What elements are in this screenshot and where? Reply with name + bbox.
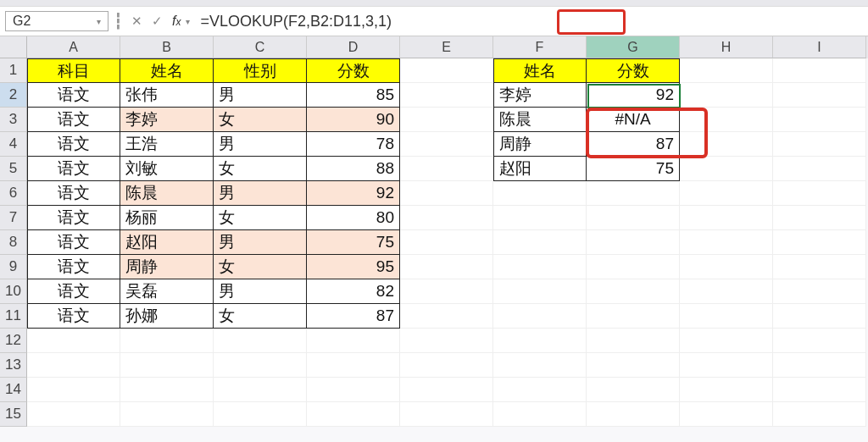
select-all-corner[interactable] bbox=[0, 36, 27, 58]
cell[interactable] bbox=[400, 402, 493, 427]
cell[interactable]: 李婷 bbox=[493, 83, 587, 108]
column-header[interactable]: D bbox=[307, 36, 400, 58]
row-header[interactable]: 9 bbox=[0, 255, 27, 279]
cell[interactable]: 语文 bbox=[27, 132, 120, 157]
cell[interactable] bbox=[773, 304, 866, 329]
cell[interactable]: 刘敏 bbox=[120, 157, 214, 181]
cell[interactable]: 语文 bbox=[27, 83, 120, 108]
cell[interactable] bbox=[400, 353, 493, 378]
cell[interactable] bbox=[680, 279, 773, 304]
column-header[interactable]: F bbox=[493, 36, 587, 58]
cell[interactable]: 分数 bbox=[587, 58, 680, 83]
cell[interactable] bbox=[493, 181, 587, 206]
cell[interactable] bbox=[214, 378, 307, 402]
cell[interactable] bbox=[400, 329, 493, 353]
cell[interactable] bbox=[27, 378, 120, 402]
cell[interactable] bbox=[307, 353, 400, 378]
cell[interactable]: #N/A bbox=[587, 108, 680, 132]
cell[interactable] bbox=[680, 304, 773, 329]
cell[interactable]: 姓名 bbox=[120, 58, 214, 83]
row-header[interactable]: 6 bbox=[0, 181, 27, 206]
column-header[interactable]: H bbox=[680, 36, 773, 58]
cell[interactable] bbox=[400, 378, 493, 402]
cell[interactable] bbox=[493, 353, 587, 378]
cell[interactable]: 语文 bbox=[27, 206, 120, 230]
cell[interactable]: 王浩 bbox=[120, 132, 214, 157]
cell[interactable]: 女 bbox=[214, 157, 307, 181]
row-header[interactable]: 15 bbox=[0, 402, 27, 427]
cell[interactable] bbox=[587, 304, 680, 329]
cell[interactable]: 男 bbox=[214, 181, 307, 206]
cell[interactable] bbox=[773, 132, 866, 157]
cell[interactable] bbox=[773, 230, 866, 255]
cell[interactable]: 语文 bbox=[27, 230, 120, 255]
cell[interactable]: 男 bbox=[214, 132, 307, 157]
cell[interactable] bbox=[400, 132, 493, 157]
cell[interactable] bbox=[307, 329, 400, 353]
column-header[interactable]: E bbox=[400, 36, 493, 58]
column-header[interactable]: A bbox=[27, 36, 120, 58]
cell[interactable] bbox=[493, 378, 587, 402]
cell[interactable] bbox=[680, 255, 773, 279]
cell[interactable]: 赵阳 bbox=[120, 230, 214, 255]
cell[interactable] bbox=[400, 304, 493, 329]
cell[interactable] bbox=[680, 157, 773, 181]
cell[interactable]: 80 bbox=[307, 206, 400, 230]
cell[interactable] bbox=[214, 353, 307, 378]
cell[interactable]: 78 bbox=[307, 132, 400, 157]
column-header[interactable]: G bbox=[587, 36, 680, 58]
column-header[interactable]: I bbox=[773, 36, 866, 58]
cell[interactable] bbox=[680, 206, 773, 230]
cell[interactable] bbox=[773, 83, 866, 108]
accept-icon[interactable]: ✓ bbox=[148, 13, 165, 30]
cell[interactable] bbox=[773, 279, 866, 304]
row-header[interactable]: 12 bbox=[0, 329, 27, 353]
name-box[interactable]: G2 ▾ bbox=[5, 11, 108, 31]
row-header[interactable]: 7 bbox=[0, 206, 27, 230]
row-header[interactable]: 8 bbox=[0, 230, 27, 255]
row-header[interactable]: 13 bbox=[0, 353, 27, 378]
cell[interactable]: 男 bbox=[214, 83, 307, 108]
cell[interactable] bbox=[493, 206, 587, 230]
cell[interactable] bbox=[214, 402, 307, 427]
cell[interactable] bbox=[27, 329, 120, 353]
cell[interactable]: 语文 bbox=[27, 108, 120, 132]
cell[interactable]: 女 bbox=[214, 206, 307, 230]
cell[interactable]: 女 bbox=[214, 108, 307, 132]
cell[interactable]: 张伟 bbox=[120, 83, 214, 108]
row-header[interactable]: 2 bbox=[0, 83, 27, 108]
cell[interactable]: 语文 bbox=[27, 157, 120, 181]
cell[interactable]: 92 bbox=[307, 181, 400, 206]
cell[interactable] bbox=[120, 378, 214, 402]
cell[interactable]: 语文 bbox=[27, 181, 120, 206]
cell[interactable]: 85 bbox=[307, 83, 400, 108]
cell[interactable] bbox=[587, 181, 680, 206]
cell[interactable]: 82 bbox=[307, 279, 400, 304]
cell[interactable] bbox=[680, 353, 773, 378]
cell[interactable]: 87 bbox=[307, 304, 400, 329]
cell[interactable]: 吴磊 bbox=[120, 279, 214, 304]
cell[interactable]: 赵阳 bbox=[493, 157, 587, 181]
cell[interactable] bbox=[773, 181, 866, 206]
cell[interactable] bbox=[400, 83, 493, 108]
cell[interactable] bbox=[587, 378, 680, 402]
cell[interactable] bbox=[680, 108, 773, 132]
cell[interactable]: 语文 bbox=[27, 279, 120, 304]
cell[interactable] bbox=[27, 402, 120, 427]
cell[interactable]: 75 bbox=[587, 157, 680, 181]
cell[interactable] bbox=[587, 279, 680, 304]
cell[interactable] bbox=[773, 402, 866, 427]
cell[interactable]: 分数 bbox=[307, 58, 400, 83]
column-header[interactable]: B bbox=[120, 36, 214, 58]
cell[interactable]: 女 bbox=[214, 255, 307, 279]
cell[interactable]: 女 bbox=[214, 304, 307, 329]
cell[interactable] bbox=[587, 255, 680, 279]
cell[interactable] bbox=[680, 329, 773, 353]
cell[interactable] bbox=[400, 108, 493, 132]
cell[interactable] bbox=[120, 329, 214, 353]
cell[interactable] bbox=[493, 279, 587, 304]
cell[interactable] bbox=[773, 108, 866, 132]
row-header[interactable]: 1 bbox=[0, 58, 27, 83]
cell[interactable] bbox=[680, 230, 773, 255]
cell[interactable] bbox=[587, 353, 680, 378]
